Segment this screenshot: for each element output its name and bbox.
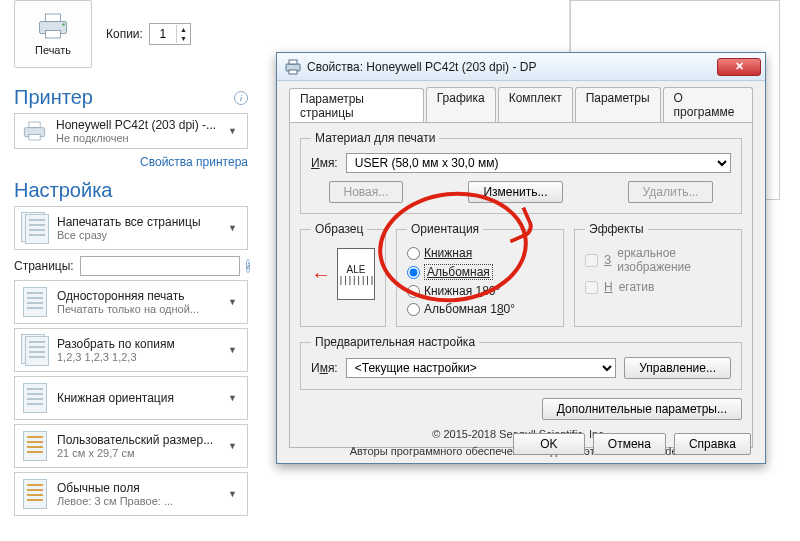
copies-spinner[interactable]: ▲ ▼ xyxy=(149,23,191,45)
barcode-icon: |||||||| xyxy=(338,275,373,285)
material-name-select[interactable]: USER (58,0 мм x 30,0 мм) xyxy=(346,153,731,173)
tab-kit[interactable]: Комплект xyxy=(498,87,573,122)
orient-landscape-180[interactable]: Альбомная 180° xyxy=(407,302,553,316)
opt-print-all[interactable]: Напечатать все страницы Все сразу ▼ xyxy=(14,206,248,250)
fx-negative[interactable]: Негатив xyxy=(585,280,731,294)
left-panel: Печать Копии: ▲ ▼ Принтер i Honeywell PC… xyxy=(14,0,248,516)
tab-page: Материал для печати Имя: USER (58,0 мм x… xyxy=(289,122,753,448)
sample-legend: Образец xyxy=(311,222,367,236)
material-group: Материал для печати Имя: USER (58,0 мм x… xyxy=(300,131,742,214)
tab-params[interactable]: Параметры xyxy=(575,87,661,122)
printer-properties-link[interactable]: Свойства принтера xyxy=(140,155,248,169)
orientation-group: Ориентация Книжная Альбомная Книжная 180… xyxy=(396,222,564,327)
opt-title: Пользовательский размер... xyxy=(57,433,216,447)
material-delete-button[interactable]: Удалить... xyxy=(628,181,714,203)
svg-rect-9 xyxy=(289,70,297,74)
close-button[interactable]: ✕ xyxy=(717,58,761,76)
svg-rect-1 xyxy=(46,14,61,22)
opt-title: Разобрать по копиям xyxy=(57,337,216,351)
help-button[interactable]: Справка xyxy=(674,433,751,455)
sample-text: ALE xyxy=(347,264,366,275)
opt-single-sided[interactable]: Односторонняя печать Печатать только на … xyxy=(14,280,248,324)
copies-input[interactable] xyxy=(150,26,176,42)
opt-sub: 21 см x 29,7 см xyxy=(57,447,216,459)
orient-landscape[interactable]: Альбомная xyxy=(407,264,553,280)
effects-legend: Эффекты xyxy=(585,222,648,236)
tabs: Параметры страницы Графика Комплект Пара… xyxy=(277,81,765,122)
pages-label: Страницы: xyxy=(14,259,74,273)
info-icon[interactable]: i xyxy=(246,259,251,273)
svg-point-3 xyxy=(62,23,65,26)
advanced-params-button[interactable]: Дополнительные параметры... xyxy=(542,398,742,420)
printer-properties-dialog: Свойства: Honeywell PC42t (203 dpi) - DP… xyxy=(276,52,766,464)
pages-input[interactable] xyxy=(80,256,240,276)
printer-name: Honeywell PC42t (203 dpi) -... xyxy=(56,118,216,132)
opt-margins[interactable]: Обычные поля Левое: 3 см Правое: ... ▼ xyxy=(14,472,248,516)
opt-orientation[interactable]: Книжная ориентация ▼ xyxy=(14,376,248,420)
orient-portrait[interactable]: Книжная xyxy=(407,246,553,260)
svg-rect-5 xyxy=(29,122,40,128)
printer-status: Не подключен xyxy=(56,132,216,144)
copies-up[interactable]: ▲ xyxy=(177,25,190,34)
chevron-down-icon: ▼ xyxy=(224,126,241,136)
chevron-down-icon: ▼ xyxy=(224,441,241,451)
dialog-title: Свойства: Honeywell PC42t (203 dpi) - DP xyxy=(307,60,711,74)
opt-sub: Левое: 3 см Правое: ... xyxy=(57,495,216,507)
printer-heading: Принтер xyxy=(14,86,93,109)
opt-title: Обычные поля xyxy=(57,481,216,495)
material-new-button[interactable]: Новая... xyxy=(329,181,404,203)
svg-rect-6 xyxy=(29,134,40,140)
fx-mirror[interactable]: Зеркальное изображение xyxy=(585,246,731,274)
svg-rect-8 xyxy=(289,60,297,64)
printer-selector[interactable]: Honeywell PC42t (203 dpi) -... Не подклю… xyxy=(14,113,248,149)
chevron-down-icon: ▼ xyxy=(224,223,241,233)
orientation-legend: Ориентация xyxy=(407,222,483,236)
printer-icon xyxy=(285,59,301,75)
material-legend: Материал для печати xyxy=(311,131,439,145)
info-icon[interactable]: i xyxy=(234,91,248,105)
preset-name-select[interactable]: <Текущие настройки> xyxy=(346,358,617,378)
arrow-left-icon: ← xyxy=(311,263,331,286)
chevron-down-icon: ▼ xyxy=(224,345,241,355)
cancel-button[interactable]: Отмена xyxy=(593,433,666,455)
chevron-down-icon: ▼ xyxy=(224,489,241,499)
opt-print-all-sub: Все сразу xyxy=(57,229,216,241)
copies-label: Копии: xyxy=(106,27,143,41)
sample-preview: ALE |||||||| xyxy=(337,248,375,300)
copies-down[interactable]: ▼ xyxy=(177,34,190,43)
orient-portrait-180[interactable]: Книжная 180° xyxy=(407,284,553,298)
printer-small-icon xyxy=(21,120,48,142)
tab-graphics[interactable]: Графика xyxy=(426,87,496,122)
chevron-down-icon: ▼ xyxy=(224,393,241,403)
print-button[interactable]: Печать xyxy=(14,0,92,68)
settings-heading: Настройка xyxy=(14,179,112,202)
opt-title: Книжная ориентация xyxy=(57,391,216,405)
material-edit-button[interactable]: Изменить... xyxy=(468,181,562,203)
tab-about[interactable]: О программе xyxy=(663,87,753,122)
preset-group: Предварительная настройка Имя: <Текущие … xyxy=(300,335,742,390)
material-name-label: мя: xyxy=(320,156,338,170)
effects-group: Эффекты Зеркальное изображение Негатив xyxy=(574,222,742,327)
preset-legend: Предварительная настройка xyxy=(311,335,479,349)
opt-title: Односторонняя печать xyxy=(57,289,216,303)
preset-manage-button[interactable]: Управление... xyxy=(624,357,731,379)
opt-page-size[interactable]: Пользовательский размер... 21 см x 29,7 … xyxy=(14,424,248,468)
svg-rect-2 xyxy=(46,31,61,39)
chevron-down-icon: ▼ xyxy=(224,297,241,307)
opt-collate[interactable]: Разобрать по копиям 1,2,3 1,2,3 1,2,3 ▼ xyxy=(14,328,248,372)
opt-sub: Печатать только на одной... xyxy=(57,303,216,315)
opt-sub: 1,2,3 1,2,3 1,2,3 xyxy=(57,351,216,363)
printer-icon xyxy=(35,12,71,40)
titlebar[interactable]: Свойства: Honeywell PC42t (203 dpi) - DP… xyxy=(277,53,765,81)
tab-page-params[interactable]: Параметры страницы xyxy=(289,88,424,123)
print-label: Печать xyxy=(35,44,71,56)
sample-group: Образец ← ALE |||||||| xyxy=(300,222,386,327)
ok-button[interactable]: OK xyxy=(513,433,585,455)
opt-print-all-title: Напечатать все страницы xyxy=(57,215,216,229)
